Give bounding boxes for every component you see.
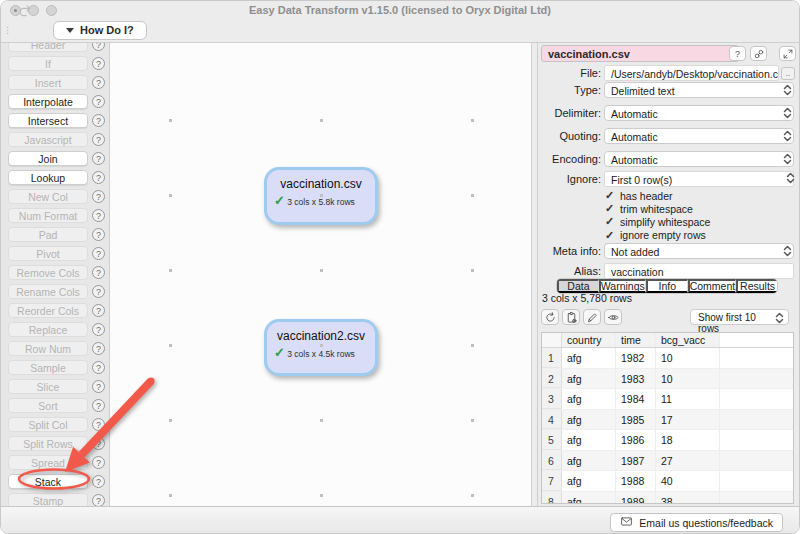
table-row[interactable]: 3afg198411 — [542, 389, 793, 410]
help-icon[interactable]: ? — [92, 209, 105, 222]
help-icon[interactable]: ? — [92, 285, 105, 298]
checkbox-trim-whitespace[interactable]: ✓trim whitespace — [604, 202, 693, 215]
encoding-dropdown[interactable]: Automatic — [604, 151, 794, 167]
help-icon[interactable]: ? — [92, 475, 105, 488]
meta-info-dropdown[interactable]: Not added — [604, 243, 794, 259]
checkbox-label: simplify whitespace — [620, 216, 710, 228]
edit-pencil-icon[interactable] — [583, 309, 601, 325]
data-preview-table[interactable]: countrytimebcg_vacc 1afg1982102afg198310… — [541, 332, 794, 504]
sidebar-item-join[interactable]: Join — [8, 151, 88, 166]
checkmark-icon[interactable]: ✓ — [604, 215, 615, 228]
stepper-icon[interactable] — [782, 84, 793, 96]
sidebar-row: Stack? — [1, 472, 109, 491]
stepper-icon[interactable] — [782, 245, 793, 257]
help-icon[interactable]: ? — [92, 95, 105, 108]
quoting-dropdown[interactable]: Automatic — [604, 128, 794, 144]
grid-dot — [471, 419, 474, 422]
checkmark-icon[interactable]: ✓ — [604, 202, 615, 215]
expand-icon[interactable] — [779, 46, 796, 61]
table-cell: 40 — [656, 471, 720, 491]
help-icon[interactable]: ? — [729, 46, 746, 61]
email-feedback-button[interactable]: Email us questions/feedback — [610, 513, 783, 532]
stepper-icon[interactable] — [785, 172, 796, 184]
stepper-icon[interactable] — [782, 107, 793, 119]
column-header[interactable]: country — [562, 333, 616, 347]
file-path-field[interactable]: /Users/andyb/Desktop/vaccination.csv — [604, 65, 779, 81]
table-row[interactable]: 1afg198210 — [542, 348, 793, 369]
help-icon[interactable]: ? — [92, 361, 105, 374]
refresh-icon[interactable] — [541, 309, 559, 325]
stepper-icon[interactable] — [782, 130, 793, 142]
delimiter-dropdown[interactable]: Automatic — [604, 105, 794, 121]
how-do-i-button[interactable]: How Do I? — [53, 21, 147, 40]
tab-warnings[interactable]: Warnings — [599, 279, 646, 293]
row-number: 2 — [542, 369, 562, 389]
checkbox-label: trim whitespace — [620, 203, 693, 215]
help-icon[interactable]: ? — [92, 228, 105, 241]
grid-dot — [169, 419, 172, 422]
tab-info[interactable]: Info — [646, 279, 688, 293]
sidebar-item-stack[interactable]: Stack — [8, 474, 88, 489]
help-icon[interactable]: ? — [92, 76, 105, 89]
help-icon[interactable]: ? — [92, 418, 105, 431]
sidebar-item-interpolate[interactable]: Interpolate — [8, 94, 88, 109]
help-icon[interactable]: ? — [92, 323, 105, 336]
workflow-canvas[interactable]: vaccination.csv 3 cols x 5.8k rows ✓ vac… — [110, 43, 531, 506]
tab-data[interactable]: Data — [557, 279, 599, 293]
sidebar-item-intersect[interactable]: Intersect — [8, 113, 88, 128]
column-header[interactable]: time — [616, 333, 656, 347]
checkbox-simplify-whitespace[interactable]: ✓simplify whitespace — [604, 215, 710, 228]
tab-results[interactable]: Results — [736, 279, 777, 293]
clipboard-icon[interactable] — [562, 309, 580, 325]
envelope-icon — [620, 515, 633, 530]
checkbox-ignore-empty-rows[interactable]: ✓ignore empty rows — [604, 229, 706, 242]
help-icon[interactable]: ? — [92, 190, 105, 203]
eye-icon[interactable] — [604, 309, 622, 325]
sidebar-item-lookup[interactable]: Lookup — [8, 170, 88, 185]
help-icon[interactable]: ? — [92, 114, 105, 127]
help-icon[interactable]: ? — [92, 171, 105, 184]
sidebar-row: Sort? — [1, 396, 109, 415]
checkbox-has-header[interactable]: ✓has header — [604, 189, 673, 202]
table-row[interactable]: 5afg198618 — [542, 430, 793, 451]
node-vaccination2-csv[interactable]: vaccination2.csv 3 cols x 4.5k rows ✓ — [264, 319, 378, 376]
help-icon[interactable]: ? — [92, 342, 105, 355]
help-icon[interactable]: ? — [92, 133, 105, 146]
checkmark-icon[interactable]: ✓ — [604, 189, 615, 202]
tab-comment[interactable]: Comment — [688, 279, 737, 293]
input-filename-field[interactable]: vaccination.csv — [541, 45, 739, 62]
show-rows-dropdown[interactable]: Show first 10 rows — [690, 309, 789, 325]
link-icon[interactable] — [750, 46, 767, 61]
help-icon[interactable]: ? — [92, 380, 105, 393]
help-icon[interactable]: ? — [92, 437, 105, 450]
sidebar-item-insert: Insert — [8, 75, 88, 90]
help-icon[interactable]: ? — [92, 494, 105, 506]
row-number: 6 — [542, 451, 562, 471]
sidebar-row: Pad? — [1, 225, 109, 244]
stepper-icon[interactable] — [782, 153, 793, 165]
meta-info-label: Meta info: — [501, 245, 601, 257]
help-icon[interactable]: ? — [92, 43, 105, 51]
browse-file-button[interactable]: .. — [781, 67, 795, 80]
type-dropdown[interactable]: Delimited text — [604, 82, 794, 98]
sidebar-row: Replace? — [1, 320, 109, 339]
help-icon[interactable]: ? — [92, 247, 105, 260]
table-row[interactable]: 7afg198840 — [542, 471, 793, 492]
help-icon[interactable]: ? — [92, 266, 105, 279]
help-icon[interactable]: ? — [92, 152, 105, 165]
help-icon[interactable]: ? — [92, 57, 105, 70]
checkmark-icon[interactable]: ✓ — [604, 229, 615, 242]
grid-dot — [471, 269, 474, 272]
help-icon[interactable]: ? — [92, 304, 105, 317]
table-row[interactable]: 2afg198310 — [542, 369, 793, 390]
ignore-rows-field[interactable]: First 0 row(s) — [604, 171, 794, 187]
column-header[interactable] — [542, 333, 562, 347]
sidebar-row: Insert? — [1, 73, 109, 92]
alias-field[interactable]: vaccination — [604, 263, 794, 279]
table-row[interactable]: 8afg198938 — [542, 492, 793, 505]
table-row[interactable]: 6afg198727 — [542, 451, 793, 472]
table-row[interactable]: 4afg198517 — [542, 410, 793, 431]
help-icon[interactable]: ? — [92, 456, 105, 469]
help-icon[interactable]: ? — [92, 399, 105, 412]
column-header[interactable]: bcg_vacc — [656, 333, 720, 347]
